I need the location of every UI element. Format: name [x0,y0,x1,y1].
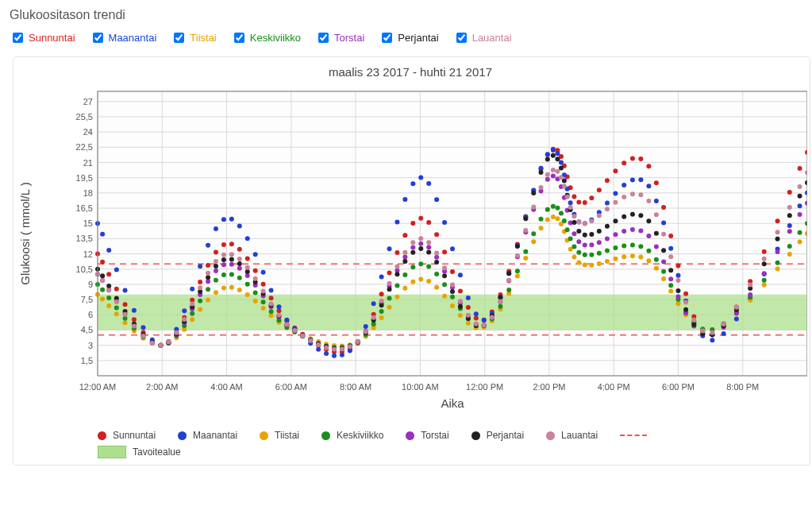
legend-dot-icon [98,431,106,440]
svg-point-668 [551,168,556,172]
svg-point-594 [654,231,659,236]
filter-maanantai[interactable]: Maanantai [90,30,157,45]
svg-point-130 [583,200,587,205]
svg-point-613 [114,299,119,304]
svg-point-666 [539,185,544,190]
legend-label: Lauantai [561,430,598,441]
svg-point-468 [410,245,415,250]
checkbox-keskiviikko[interactable] [234,33,244,43]
svg-point-204 [482,318,487,323]
svg-point-184 [324,351,329,356]
svg-point-660 [490,315,495,320]
filter-keskiviikko[interactable]: Keskiviikko [231,30,301,45]
svg-point-317 [622,254,626,259]
svg-point-646 [379,299,384,303]
svg-point-137 [638,156,643,161]
legend-item-target: Tavoitealue [98,446,794,458]
filter-torstai[interactable]: Torstai [315,30,364,45]
svg-point-605 [762,261,767,266]
svg-point-225 [613,191,618,195]
svg-point-662 [506,278,511,283]
svg-point-333 [775,267,780,272]
svg-text:18: 18 [83,188,93,198]
svg-point-260 [206,298,210,303]
svg-point-82 [237,247,242,252]
checkbox-sunnuntai[interactable] [13,33,23,43]
svg-point-593 [646,218,651,223]
svg-point-619 [166,339,171,344]
svg-point-160 [132,308,137,313]
svg-text:2:00 PM: 2:00 PM [533,382,565,392]
svg-point-168 [198,264,202,269]
svg-point-516 [787,229,792,234]
svg-point-650 [410,240,415,245]
day-filters: Sunnuntai Maanantai Tiistai Keskiviikko … [10,30,812,45]
svg-point-560 [418,246,423,251]
svg-point-191 [379,275,384,280]
svg-point-320 [646,258,651,263]
svg-point-374 [387,296,392,300]
svg-text:22,5: 22,5 [76,142,93,152]
svg-point-664 [523,228,528,233]
svg-point-679 [605,207,610,211]
svg-point-388 [498,304,502,309]
svg-point-591 [630,212,635,217]
filter-lauantai[interactable]: Lauantai [453,30,512,45]
svg-point-101 [387,270,392,275]
svg-text:8:00 AM: 8:00 AM [340,382,371,392]
svg-point-647 [387,281,392,286]
svg-point-498 [613,232,618,237]
svg-point-299 [515,274,520,279]
svg-point-633 [276,313,281,318]
svg-point-375 [394,284,399,288]
svg-point-143 [683,292,688,296]
checkbox-lauantai[interactable] [456,33,467,43]
svg-point-573 [523,216,528,221]
svg-point-494 [583,242,587,247]
svg-point-425 [787,244,792,249]
svg-point-584 [576,229,581,234]
checkbox-perjantai[interactable] [382,33,392,43]
checkbox-maanantai[interactable] [93,33,103,43]
svg-point-471 [434,255,439,260]
svg-point-691 [700,328,705,333]
svg-point-469 [418,241,423,246]
filter-perjantai[interactable]: Perjantai [379,30,438,45]
svg-point-395 [551,204,556,209]
filter-sunnuntai[interactable]: Sunnuntai [10,30,75,45]
svg-point-688 [675,278,680,283]
svg-text:7,5: 7,5 [81,295,93,304]
svg-rect-59 [98,295,807,330]
svg-point-677 [589,218,594,223]
svg-point-587 [597,229,602,234]
svg-point-564 [450,289,455,294]
svg-point-628 [237,257,242,261]
svg-point-670 [559,175,564,180]
svg-point-635 [292,328,297,333]
svg-point-583 [571,220,576,225]
svg-point-100 [379,292,384,296]
legend-label: Tavoitealue [133,446,181,458]
svg-point-322 [661,276,666,281]
filter-tiistai[interactable]: Tiistai [171,30,216,45]
svg-point-187 [348,348,352,353]
svg-point-355 [237,276,242,280]
svg-text:4:00 AM: 4:00 AM [210,382,242,392]
svg-point-671 [562,184,567,189]
checkbox-torstai[interactable] [318,33,329,43]
svg-point-411 [646,249,651,253]
legend-dot-icon [178,431,187,440]
svg-point-166 [182,308,187,313]
svg-point-262 [221,286,226,291]
svg-point-259 [198,307,202,312]
svg-point-599 [691,323,696,327]
checkbox-tiistai[interactable] [174,33,184,43]
svg-point-588 [605,224,610,229]
svg-point-496 [597,240,602,245]
svg-point-629 [245,265,250,270]
svg-point-406 [605,248,610,253]
svg-point-174 [245,236,250,241]
svg-point-656 [458,299,463,303]
svg-point-142 [675,264,680,269]
svg-point-565 [458,304,463,309]
